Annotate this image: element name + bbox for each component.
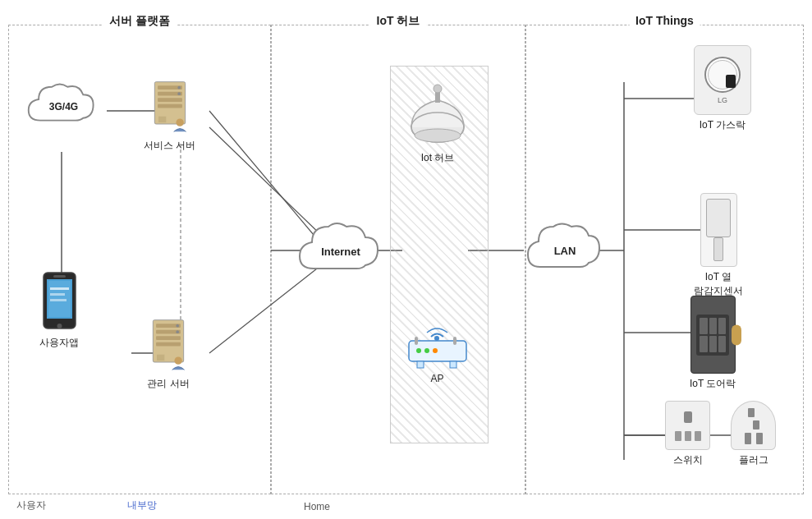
device-iot-gas: LG IoT 가스락 bbox=[694, 45, 751, 132]
svg-rect-29 bbox=[158, 104, 182, 108]
svg-point-30 bbox=[177, 86, 181, 90]
bottom-label-home: Home bbox=[304, 501, 330, 512]
label-user-app: 사용자앱 bbox=[39, 336, 79, 350]
server-platform-title: 서버 플랫폼 bbox=[103, 14, 177, 29]
svg-rect-37 bbox=[156, 336, 181, 340]
server-icon-service bbox=[145, 78, 195, 135]
gas-meter-icon: LG bbox=[694, 45, 751, 115]
label-iot-gas: IoT 가스락 bbox=[700, 118, 745, 132]
device-management-server: 관리 서버 bbox=[144, 316, 193, 391]
cloud-internet: Internet bbox=[296, 215, 386, 287]
svg-rect-41 bbox=[157, 355, 164, 361]
bottom-label-internal: 내부망 bbox=[127, 498, 157, 512]
cloud-3g4g: 3G/4G bbox=[25, 74, 103, 140]
svg-rect-54 bbox=[453, 337, 456, 345]
label-management-server: 관리 서버 bbox=[147, 377, 189, 391]
svg-point-51 bbox=[424, 348, 429, 353]
svg-rect-28 bbox=[158, 98, 182, 102]
label-iot-door: IoT 도어락 bbox=[690, 377, 736, 391]
label-iot-plug: 플러그 bbox=[739, 453, 768, 467]
svg-rect-23 bbox=[50, 293, 65, 296]
label-ap: AP bbox=[430, 373, 443, 384]
svg-rect-56 bbox=[450, 361, 456, 368]
plug-icon bbox=[731, 401, 776, 450]
svg-point-33 bbox=[176, 118, 183, 126]
door-lock-icon bbox=[690, 296, 736, 374]
cloud-lan: LAN bbox=[524, 215, 606, 286]
svg-point-47 bbox=[415, 129, 461, 142]
svg-point-50 bbox=[416, 348, 421, 353]
bottom-label-user: 사용자 bbox=[16, 498, 46, 512]
device-iot-plug: 플러그 bbox=[731, 401, 776, 467]
svg-point-39 bbox=[176, 324, 179, 328]
server-icon-management bbox=[144, 316, 193, 374]
device-ap: AP bbox=[402, 316, 472, 384]
svg-point-31 bbox=[177, 92, 181, 95]
iot-hub-icon bbox=[405, 82, 470, 148]
svg-point-19 bbox=[57, 324, 62, 328]
diagram-container: 서버 플랫폼 IoT 허브 IoT Things bbox=[0, 0, 812, 519]
svg-rect-20 bbox=[53, 275, 66, 278]
svg-rect-38 bbox=[156, 342, 181, 347]
device-iot-switch: 스위치 bbox=[665, 401, 710, 467]
label-iot-hub-device: Iot 허브 bbox=[421, 151, 455, 165]
svg-rect-53 bbox=[415, 337, 418, 345]
switch-icon bbox=[665, 401, 710, 450]
svg-point-40 bbox=[176, 330, 179, 333]
device-user-app: 사용자앱 bbox=[39, 271, 79, 350]
device-iot-door: IoT 도어락 bbox=[690, 296, 736, 391]
svg-point-46 bbox=[434, 85, 442, 93]
label-iot-switch: 스위치 bbox=[673, 453, 703, 467]
svg-point-52 bbox=[433, 348, 438, 353]
device-iot-temp: IoT 열 람감지센서 bbox=[694, 193, 743, 298]
svg-rect-55 bbox=[417, 361, 424, 368]
svg-rect-22 bbox=[50, 287, 69, 290]
label-iot-temp: IoT 열 람감지센서 bbox=[694, 270, 743, 298]
ap-icon bbox=[402, 316, 472, 370]
phone-icon bbox=[41, 271, 78, 333]
label-service-server: 서비스 서버 bbox=[144, 139, 195, 153]
svg-point-42 bbox=[174, 356, 181, 364]
svg-rect-24 bbox=[50, 299, 67, 301]
svg-point-49 bbox=[434, 336, 439, 341]
temp-sensor-icon bbox=[700, 193, 737, 267]
iot-hub-title: IoT 허브 bbox=[370, 14, 427, 29]
device-service-server: 서비스 서버 bbox=[144, 78, 195, 153]
svg-rect-32 bbox=[158, 117, 166, 122]
device-iot-hub: Iot 허브 bbox=[405, 82, 470, 165]
iot-things-title: IoT Things bbox=[629, 14, 700, 27]
